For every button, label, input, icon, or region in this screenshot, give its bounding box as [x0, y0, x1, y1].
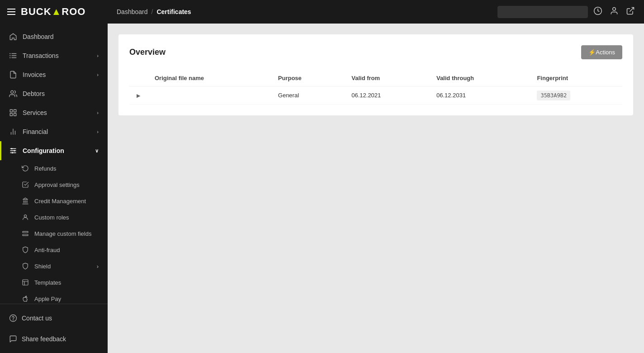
chevron-right-icon: ›	[97, 72, 99, 77]
topbar: Dashboard / Certificates	[108, 0, 644, 24]
sidebar-subitem-approval[interactable]: Approval settings	[0, 176, 108, 193]
sidebar-item-label: Invoices	[23, 71, 46, 78]
cell-valid-from: 06.12.2021	[344, 86, 429, 105]
sidebar-item-configuration[interactable]: Configuration ∨	[0, 141, 108, 160]
svg-point-19	[12, 152, 13, 153]
col-valid-from: Valid from	[344, 70, 429, 86]
grid-icon	[9, 109, 17, 117]
expand-cell[interactable]: ▶	[129, 86, 147, 105]
external-link-icon[interactable]	[626, 6, 635, 18]
sidebar-item-debtors[interactable]: Debtors	[0, 84, 108, 103]
sidebar-header: BUCK▲ROO	[0, 0, 108, 24]
overview-title: Overview	[129, 48, 166, 57]
overview-header: Overview ⚡Actions	[129, 45, 622, 59]
menu-toggle[interactable]	[7, 9, 15, 15]
shield-icon	[22, 262, 29, 270]
svg-point-32	[10, 315, 17, 322]
svg-rect-28	[23, 234, 28, 236]
chevron-right-icon: ›	[97, 110, 99, 115]
sidebar-subitem-label: Anti-fraud	[34, 247, 60, 253]
contact-label: Contact us	[22, 315, 52, 322]
svg-point-3	[9, 53, 10, 54]
sidebar-item-invoices[interactable]: Invoices ›	[0, 65, 108, 84]
col-filename: Original file name	[147, 70, 271, 86]
fields-icon	[22, 230, 29, 237]
cell-filename	[147, 86, 271, 105]
sidebar-subitem-manage-custom-fields[interactable]: Manage custom fields	[0, 225, 108, 242]
user-icon[interactable]	[610, 6, 619, 18]
sidebar-subitem-label: Templates	[34, 279, 61, 286]
refresh-icon	[22, 165, 29, 172]
sidebar: BUCK▲ROO Dashboard Transactions › Invoic…	[0, 0, 108, 353]
sliders-icon	[9, 147, 17, 155]
shield-check-icon	[22, 246, 29, 253]
chevron-down-icon: ∨	[95, 148, 99, 154]
svg-rect-29	[23, 280, 28, 285]
cell-valid-through: 06.12.2031	[429, 86, 530, 105]
chevron-right-icon: ›	[97, 263, 99, 270]
sidebar-footer: Contact us Share feedback	[0, 304, 108, 353]
template-icon	[22, 279, 29, 286]
sidebar-item-financial[interactable]: Financial ›	[0, 122, 108, 141]
clock-icon[interactable]	[593, 6, 602, 18]
sidebar-subitem-label: Credit Management	[34, 198, 86, 205]
topbar-icons	[593, 6, 635, 18]
overview-card: Overview ⚡Actions Original file name Pur…	[118, 34, 633, 115]
sidebar-subitem-label: Apple Pay	[34, 296, 61, 302]
sidebar-subitem-anti-fraud[interactable]: Anti-fraud	[0, 242, 108, 258]
svg-rect-7	[10, 110, 12, 112]
logo: BUCK▲ROO	[21, 6, 85, 18]
list-icon	[9, 52, 17, 60]
main-area: Dashboard / Certificates Overview ⚡Actio…	[108, 0, 644, 353]
share-feedback-item[interactable]: Share feedback	[0, 329, 108, 349]
sidebar-item-label: Financial	[23, 128, 48, 135]
search-input[interactable]	[497, 6, 588, 18]
bar-chart-icon	[9, 128, 17, 136]
sidebar-subitem-templates[interactable]: Templates	[0, 274, 108, 291]
fingerprint-value: 35B3A9B2	[537, 91, 570, 100]
sidebar-subitem-credit[interactable]: Credit Management	[0, 193, 108, 209]
person-badge-icon	[22, 214, 29, 221]
sidebar-subitem-apple-pay[interactable]: Apple Pay	[0, 291, 108, 304]
svg-point-17	[11, 148, 13, 149]
sidebar-subitem-label: Shield	[34, 263, 51, 270]
svg-rect-10	[14, 114, 16, 116]
actions-button[interactable]: ⚡Actions	[581, 45, 622, 59]
col-fingerprint: Fingerprint	[530, 70, 622, 86]
breadcrumb: Dashboard / Certificates	[117, 8, 191, 15]
chevron-right-icon: ›	[97, 53, 99, 58]
sidebar-subitem-label: Refunds	[34, 165, 56, 172]
breadcrumb-separator: /	[152, 8, 153, 15]
sidebar-item-label: Debtors	[23, 90, 45, 97]
sidebar-subitem-label: Manage custom fields	[34, 230, 91, 237]
breadcrumb-dashboard[interactable]: Dashboard	[117, 8, 148, 15]
sidebar-subitem-custom-roles[interactable]: Custom roles	[0, 209, 108, 225]
home-icon	[9, 33, 17, 41]
sidebar-nav: Dashboard Transactions › Invoices › Debt…	[0, 24, 108, 304]
sidebar-item-label: Dashboard	[23, 33, 54, 40]
bank-icon	[22, 197, 29, 205]
breadcrumb-current: Certificates	[156, 8, 191, 15]
svg-rect-9	[10, 114, 12, 116]
file-icon	[9, 71, 17, 79]
sidebar-item-services[interactable]: Services ›	[0, 103, 108, 122]
logo-v-letter: ▲	[52, 6, 62, 17]
sidebar-item-label: Services	[23, 109, 47, 116]
cell-fingerprint: 35B3A9B2	[530, 86, 622, 105]
contact-us-item[interactable]: Contact us	[0, 308, 108, 329]
svg-point-18	[14, 150, 15, 152]
sidebar-subitem-shield[interactable]: Shield ›	[0, 258, 108, 274]
svg-point-35	[613, 7, 616, 10]
chat-icon	[9, 335, 17, 343]
expand-col-header	[129, 70, 147, 86]
sidebar-subitem-label: Approval settings	[34, 181, 80, 188]
sidebar-item-transactions[interactable]: Transactions ›	[0, 46, 108, 65]
expand-arrow-icon[interactable]: ▶	[137, 93, 140, 98]
chevron-right-icon: ›	[97, 129, 99, 134]
svg-point-26	[24, 215, 26, 217]
sidebar-subitem-label: Custom roles	[34, 214, 69, 221]
sidebar-item-label: Transactions	[23, 52, 59, 59]
sidebar-item-dashboard[interactable]: Dashboard	[0, 27, 108, 46]
svg-point-5	[9, 57, 10, 58]
sidebar-subitem-refunds[interactable]: Refunds	[0, 160, 108, 176]
